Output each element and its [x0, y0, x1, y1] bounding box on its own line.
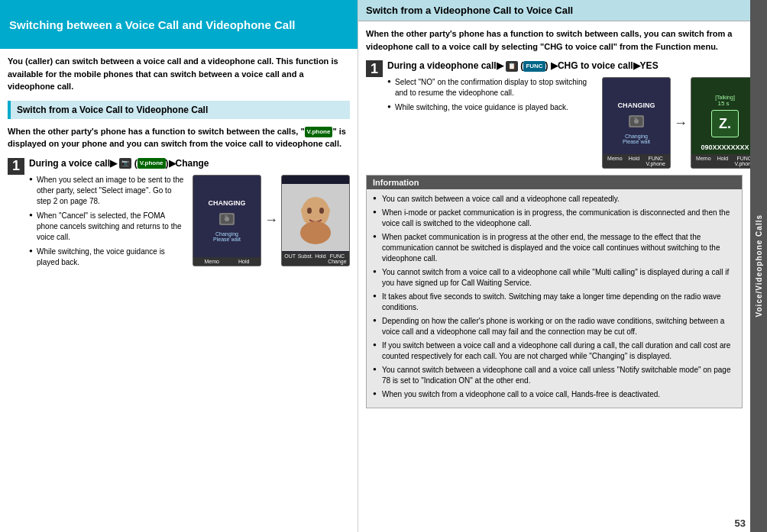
right-step1-row: 1 During a videophone call▶ 📋 (FUNC) ▶CH… [366, 59, 759, 169]
face-image [282, 184, 349, 251]
phone-btn-func-right: FUNCV.phone [646, 156, 665, 166]
right-bullets: Select "NO" on the confirmation display … [387, 77, 596, 169]
left-section-desc: When the other party's phone has a funct… [8, 125, 350, 150]
left-step1-row: 1 During a voice call▶ 📷 (V.phone)▶Chang… [8, 156, 350, 272]
left-step1-number: 1 [8, 158, 24, 175]
func-icon-right: 📋 [506, 61, 518, 72]
phone-screen-face: 15 s OUT Subst. Hold FUNCChange [281, 175, 350, 266]
phone-screen-changing-left: CHANGING ChangingPlease wait Memo [193, 175, 261, 266]
talking-btn-memo: Memo [696, 156, 710, 166]
right-body: When the other party's phone has a funct… [358, 21, 767, 532]
right-step1-content: During a videophone call▶ 📋 (FUNC) ▶CHG … [387, 59, 759, 169]
info-bullet-5: It takes about five seconds to switch. S… [373, 292, 736, 313]
left-body: You (caller) can switch between a voice … [0, 49, 358, 532]
left-screenshots: CHANGING ChangingPlease wait Memo [193, 175, 350, 266]
information-box: Information You can switch between a voi… [366, 175, 743, 408]
z-letter: Z. [719, 116, 731, 132]
svg-rect-11 [634, 118, 637, 119]
right-screenshots: CHANGING ChangingPlease wait Memo [602, 77, 759, 169]
camera-display-icon-right [629, 115, 644, 127]
right-bullet-1: Select "NO" on the confirmation display … [387, 77, 596, 98]
left-step1-details: When you select an image to be sent to t… [29, 175, 350, 272]
v-phone-btn: V.phone [138, 158, 166, 169]
svg-point-6 [300, 221, 331, 244]
left-phone-bottom-bar: Memo Hold [193, 257, 261, 266]
func-label: FUNC [523, 61, 545, 72]
left-bullet-3: While switching, the voice guidance is p… [29, 247, 186, 268]
svg-point-8 [324, 207, 330, 214]
voice-call-icon: Z. [711, 110, 739, 137]
svg-rect-2 [225, 215, 228, 217]
svg-point-4 [307, 208, 312, 214]
arrow-right-right: → [674, 115, 688, 131]
info-bullet-9: When you switch from a videophone call t… [373, 389, 736, 400]
right-column: Switch from a Videophone Call to Voice C… [358, 0, 767, 532]
left-intro: You (caller) can switch between a voice … [8, 55, 350, 93]
phone-btn-out: OUT [284, 253, 296, 264]
svg-point-7 [301, 207, 307, 214]
info-bullet-3: When packet communication is in progress… [373, 232, 736, 264]
changing-wait-text-right: ChangingPlease wait [623, 134, 650, 144]
changing-title-right: CHANGING [618, 102, 655, 109]
talking-label: [Talking] [715, 95, 735, 100]
left-bullet-1: When you select an image to be sent to t… [29, 175, 186, 207]
camera-display-icon [219, 213, 235, 225]
svg-point-5 [319, 208, 324, 214]
information-body: You can switch between a voice call and … [367, 189, 742, 408]
phone-screen-talking: [Talking] 15 s Z. 090XXXXXXXX Memo Hold … [691, 77, 759, 169]
phone-btn-memo-right: Memo [607, 156, 622, 166]
right-step1-instruction: During a videophone call▶ 📋 (FUNC) ▶CHG … [387, 59, 759, 73]
left-step1-instruction: During a voice call▶ 📷 (V.phone)▶Change [29, 156, 350, 170]
info-bullet-6: Depending on how the caller's phone is w… [373, 316, 736, 337]
phone-btn-hold2: Hold [315, 253, 325, 264]
svg-point-1 [225, 217, 229, 221]
changing-wait-text: ChangingPlease wait [213, 231, 241, 242]
right-step1-details: Select "NO" on the confirmation display … [387, 77, 759, 169]
left-step1-content: During a voice call▶ 📷 (V.phone)▶Change … [29, 156, 350, 272]
information-header: Information [367, 176, 742, 189]
phone-btn-func: FUNCChange [328, 253, 347, 264]
left-title: Switching between a Voice Call and Video… [9, 18, 296, 31]
svg-point-10 [634, 119, 639, 124]
info-bullet-7: If you switch between a voice call and a… [373, 340, 736, 362]
phone-number-display: 090XXXXXXXX [701, 143, 749, 151]
sidebar-text: Voice/Videophone Calls [755, 214, 763, 317]
phone-btn-hold-right: Hold [629, 156, 639, 166]
right-phone-bottom-bar: OUT Subst. Hold FUNCChange [282, 252, 349, 266]
sidebar-label: Voice/Videophone Calls [750, 0, 767, 532]
phone-btn-hold: Hold [238, 259, 249, 264]
phone-btn-memo: Memo [205, 259, 219, 264]
info-bullet-1: You can switch between a voice call and … [373, 194, 736, 205]
left-column: Switching between a Voice Call and Video… [0, 0, 358, 532]
v-phone-label-icon: V.phone [305, 127, 333, 137]
right-bullet-2: While switching, the voice guidance is p… [387, 102, 596, 113]
camera-icon-btn: 📷 [119, 158, 131, 169]
right-step1-number: 1 [366, 60, 383, 77]
arrow-right-left: → [264, 212, 278, 228]
talking-phone-bottom-bar: Memo Hold FUNCV.phone [691, 154, 759, 168]
phone-btn-subst: Subst. [298, 253, 313, 264]
right-intro: When the other party's phone has a funct… [366, 27, 759, 53]
phone-screen-changing-right: CHANGING ChangingPlease wait Memo [602, 77, 671, 169]
left-header: Switching between a Voice Call and Video… [0, 0, 358, 49]
right-phone-bottom-bar2: Memo Hold FUNCV.phone [603, 154, 670, 168]
left-subheader: Switch from a Voice Call to Videophone C… [8, 101, 350, 119]
left-bullets: When you select an image to be sent to t… [29, 175, 186, 272]
timer-right: 15 s [717, 100, 732, 107]
left-bullet-2: When "Cancel" is selected, the FOMA phon… [29, 211, 186, 243]
info-bullet-2: When i-mode or packet communication is i… [373, 208, 736, 229]
changing-title: CHANGING [209, 199, 246, 207]
info-bullet-4: You cannot switch from a voice call to a… [373, 267, 736, 289]
right-header: Switch from a Videophone Call to Voice C… [358, 0, 767, 21]
page-number: 53 [735, 517, 746, 529]
talking-btn-hold: Hold [717, 156, 728, 166]
info-bullet-8: You cannot switch between a videophone c… [373, 365, 736, 386]
